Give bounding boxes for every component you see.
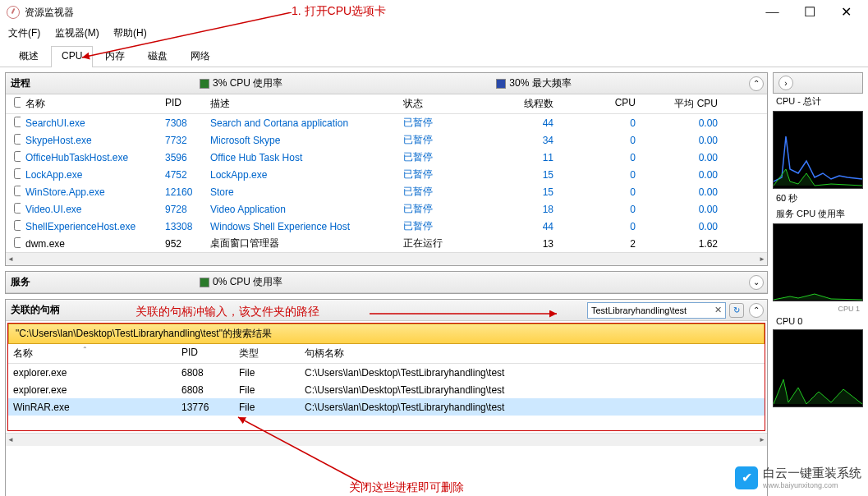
close-button[interactable]: ✕: [828, 0, 865, 23]
app-icon: [7, 6, 20, 19]
row-checkbox[interactable]: [14, 168, 21, 179]
tab-bar: 概述 CPU 内存 磁盘 网络: [0, 45, 868, 67]
minimize-button[interactable]: —: [754, 0, 791, 23]
menu-bar: 文件(F) 监视器(M) 帮助(H): [0, 25, 868, 42]
charts-sidebar: › CPU - 总计 60 秒 服务 CPU 使用率 CPU 1 CPU 0: [773, 72, 863, 496]
watermark-logo-icon: ✔: [735, 466, 758, 489]
tab-network[interactable]: 网络: [180, 45, 221, 67]
services-panel: 服务 0% CPU 使用率 ⌄: [5, 271, 768, 294]
watermark-url: www.baiyunxitong.com: [763, 481, 861, 489]
tab-cpu[interactable]: CPU: [51, 46, 93, 67]
title-bar: 资源监视器 — ☐ ✕: [0, 0, 868, 25]
menu-file[interactable]: 文件(F): [8, 27, 40, 39]
watermark: ✔ 白云一键重装系统 www.baiyunxitong.com: [735, 466, 861, 489]
processes-title: 进程: [11, 76, 200, 90]
maximize-button[interactable]: ☐: [791, 0, 828, 23]
menu-monitor[interactable]: 监视器(M): [55, 27, 99, 39]
process-row[interactable]: ShellExperienceHost.exe13308 Windows She…: [6, 218, 767, 235]
chart-label-cpu0: CPU 0: [773, 315, 863, 328]
col-state[interactable]: 状态: [398, 94, 476, 113]
row-checkbox[interactable]: [14, 151, 21, 162]
col-type[interactable]: 类型: [234, 344, 300, 363]
handle-row[interactable]: explorer.exe6808FileC:\Users\lan\Desktop…: [8, 364, 765, 381]
handles-columns: 名称 ⌃ PID 类型 句柄名称: [8, 344, 765, 364]
processes-body: SearchUI.exe7308 Search and Cortana appl…: [6, 114, 767, 252]
col-threads[interactable]: 线程数: [476, 94, 558, 113]
tab-overview[interactable]: 概述: [8, 45, 49, 67]
row-checkbox[interactable]: [14, 134, 21, 145]
process-row[interactable]: LockApp.exe4752 LockApp.exe已暂停 15 0 0.00: [6, 166, 767, 183]
col-pid[interactable]: PID: [160, 94, 205, 113]
watermark-brand: 白云一键重装系统: [763, 466, 861, 481]
tab-memory[interactable]: 内存: [94, 45, 135, 67]
menu-help[interactable]: 帮助(H): [113, 27, 147, 39]
col-cpu[interactable]: CPU: [558, 94, 641, 113]
process-row[interactable]: SearchUI.exe7308 Search and Cortana appl…: [6, 114, 767, 131]
tab-disk[interactable]: 磁盘: [137, 45, 178, 67]
row-checkbox[interactable]: [14, 220, 21, 231]
services-title: 服务: [11, 275, 200, 289]
col-handle[interactable]: 句柄名称: [300, 344, 765, 363]
col-desc[interactable]: 描述: [205, 94, 398, 113]
process-row[interactable]: SkypeHost.exe7732 Microsoft Skype已暂停 34 …: [6, 131, 767, 149]
col-pid[interactable]: PID: [177, 344, 234, 363]
chart-label-services: 服务 CPU 使用率: [773, 206, 863, 222]
collapse-icon[interactable]: ⌃: [749, 76, 764, 91]
handles-body: explorer.exe6808FileC:\Users\lan\Desktop…: [8, 364, 765, 416]
chart-label-total: CPU - 总计: [773, 94, 863, 109]
meter-green-icon: [200, 278, 209, 287]
search-result-header: "C:\Users\lan\Desktop\TestLibraryhandlin…: [8, 324, 765, 344]
handle-row[interactable]: explorer.exe6808FileC:\Users\lan\Desktop…: [8, 381, 765, 398]
row-checkbox[interactable]: [14, 203, 21, 214]
row-checkbox[interactable]: [14, 186, 21, 196]
chart-cpu-total: [773, 111, 863, 189]
clear-search-icon[interactable]: ✕: [711, 305, 725, 315]
processes-panel: 进程 3% CPU 使用率 30% 最大频率 ⌃ 名称 PID 描述 状态 线程…: [5, 72, 768, 266]
col-avgcpu[interactable]: 平均 CPU: [641, 94, 723, 113]
refresh-icon[interactable]: ↻: [729, 303, 744, 318]
col-name[interactable]: 名称: [8, 344, 177, 363]
meter-green-icon: [200, 79, 209, 89]
chart-services: [773, 223, 863, 301]
handles-title: 关联的句柄: [11, 303, 200, 317]
handles-search-box: ✕: [587, 302, 726, 319]
handles-header[interactable]: 关联的句柄 ✕ ↻ ⌃: [6, 300, 767, 321]
chart-label-cpu1: CPU 1: [773, 303, 863, 315]
row-checkbox[interactable]: [14, 117, 21, 127]
sort-indicator-icon: ⌃: [82, 346, 88, 353]
process-row[interactable]: WinStore.App.exe12160 Store已暂停 15 0 0.00: [6, 183, 767, 200]
handles-panel: 关联的句柄 ✕ ↻ ⌃ "C:\Users\lan\Desktop\TestLi…: [5, 299, 768, 496]
process-row[interactable]: OfficeHubTaskHost.exe3596 Office Hub Tas…: [6, 149, 767, 166]
meter-blue-icon: [496, 79, 506, 89]
services-header[interactable]: 服务 0% CPU 使用率 ⌄: [6, 272, 767, 293]
handle-row[interactable]: WinRAR.exe13776FileC:\Users\lan\Desktop\…: [8, 398, 765, 416]
h-scrollbar[interactable]: [6, 252, 767, 265]
select-all-checkbox[interactable]: [14, 97, 21, 108]
handles-search-input[interactable]: [588, 305, 711, 315]
chart-label-60s: 60 秒: [773, 191, 863, 206]
row-checkbox[interactable]: [14, 237, 21, 248]
expand-icon[interactable]: ⌄: [749, 275, 764, 290]
collapse-icon[interactable]: ›: [778, 76, 793, 90]
process-row[interactable]: dwm.exe952 桌面窗口管理器正在运行 13 2 1.62: [6, 235, 767, 252]
processes-header[interactable]: 进程 3% CPU 使用率 30% 最大频率 ⌃: [6, 73, 767, 94]
window-title: 资源监视器: [25, 6, 74, 20]
h-scrollbar[interactable]: [6, 433, 767, 446]
col-name[interactable]: 名称: [21, 94, 160, 113]
processes-columns: 名称 PID 描述 状态 线程数 CPU 平均 CPU: [6, 94, 767, 114]
charts-header[interactable]: ›: [773, 72, 863, 94]
process-row[interactable]: Video.UI.exe9728 Video Application已暂停 18…: [6, 200, 767, 218]
collapse-icon[interactable]: ⌃: [749, 303, 764, 318]
chart-cpu0: [773, 329, 863, 407]
